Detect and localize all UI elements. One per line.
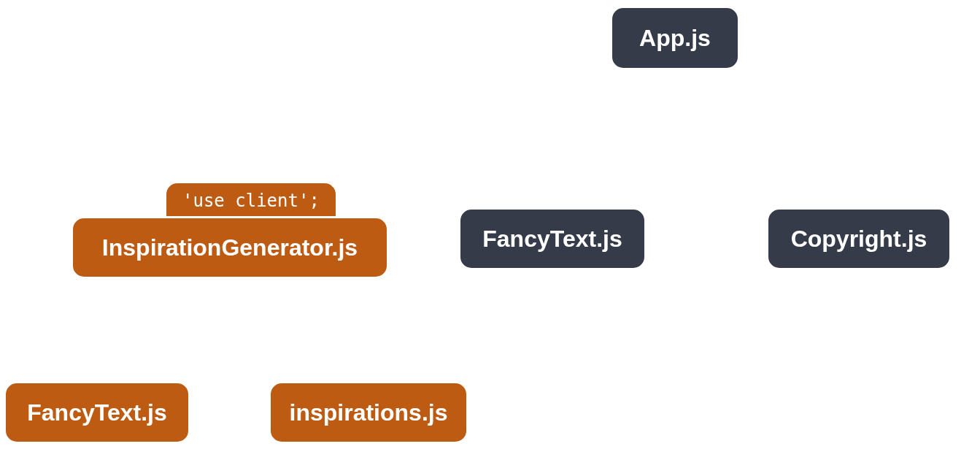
use-client-directive-tab: 'use client'; <box>164 181 338 217</box>
node-copyright: Copyright.js <box>766 207 952 270</box>
node-label: InspirationGenerator.js <box>102 234 358 261</box>
node-label: inspirations.js <box>290 399 448 426</box>
edge-label-imports: imports <box>109 293 171 316</box>
node-fancytext-server: FancyText.js <box>458 207 647 270</box>
node-label: FancyText.js <box>27 399 166 426</box>
edge-label-imports: imports <box>276 293 338 316</box>
edge-label-imports: imports <box>390 88 452 110</box>
node-label: Copyright.js <box>791 226 927 253</box>
node-fancytext-client: FancyText.js <box>4 381 190 444</box>
node-label: FancyText.js <box>482 226 622 253</box>
node-inspiration-generator: InspirationGenerator.js <box>71 216 389 279</box>
edge-label-imports: imports <box>722 88 784 110</box>
directive-text: 'use client'; <box>182 191 320 211</box>
node-inspirations: inspirations.js <box>269 381 468 444</box>
node-app-js: App.js <box>610 6 740 70</box>
node-label: App.js <box>639 25 711 52</box>
